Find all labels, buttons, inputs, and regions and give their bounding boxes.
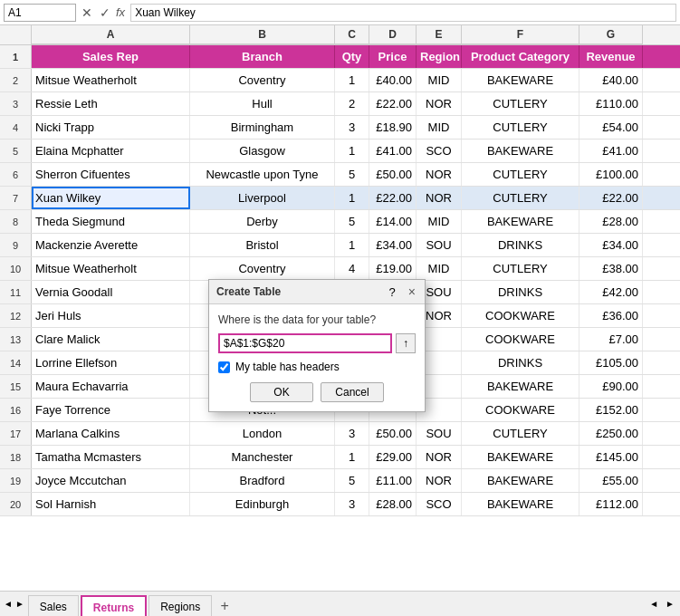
- dialog-headers-checkbox[interactable]: [218, 361, 230, 373]
- cell-a7[interactable]: Xuan Wilkey: [32, 187, 190, 209]
- cell-g6[interactable]: £100.00: [579, 163, 643, 186]
- cell-e9[interactable]: SOU: [417, 234, 462, 256]
- cell-f13[interactable]: COOKWARE: [462, 328, 579, 351]
- table-row[interactable]: 10 Mitsue Weatherholt Coventry 4 £19.00 …: [0, 257, 680, 281]
- cell-e18[interactable]: NOR: [417, 446, 462, 468]
- table-row[interactable]: 5 Elaina Mcphatter Glasgow 1 £41.00 SCO …: [0, 140, 680, 163]
- cell-a17[interactable]: Marlana Calkins: [32, 422, 190, 445]
- cell-a14[interactable]: Lorrine Ellefson: [32, 351, 190, 374]
- col-header-b[interactable]: B: [190, 25, 335, 44]
- cell-d10[interactable]: £19.00: [369, 257, 417, 280]
- cell-g17[interactable]: £250.00: [579, 422, 643, 445]
- cell-g8[interactable]: £28.00: [579, 210, 643, 233]
- cell-e6[interactable]: NOR: [417, 163, 462, 186]
- header-cell-e1[interactable]: Region: [417, 45, 462, 68]
- cell-c17[interactable]: 3: [335, 422, 369, 445]
- cell-f8[interactable]: BAKEWARE: [462, 210, 579, 233]
- col-header-a[interactable]: A: [32, 25, 190, 44]
- cell-g15[interactable]: £90.00: [579, 375, 643, 398]
- col-header-c[interactable]: C: [335, 25, 369, 44]
- cell-g5[interactable]: £41.00: [579, 140, 643, 162]
- cell-b17[interactable]: London: [190, 422, 335, 445]
- cell-f11[interactable]: DRINKS: [462, 281, 579, 303]
- cell-d5[interactable]: £41.00: [369, 140, 417, 162]
- cell-g12[interactable]: £36.00: [579, 304, 643, 327]
- cell-f16[interactable]: COOKWARE: [462, 399, 579, 421]
- cell-d18[interactable]: £29.00: [369, 446, 417, 468]
- cell-c3[interactable]: 2: [335, 92, 369, 115]
- cell-f14[interactable]: DRINKS: [462, 351, 579, 374]
- cell-a10[interactable]: Mitsue Weatherholt: [32, 257, 190, 280]
- table-row[interactable]: 18 Tamatha Mcmasters Manchester 1 £29.00…: [0, 446, 680, 469]
- cell-f12[interactable]: COOKWARE: [462, 304, 579, 327]
- cell-b20[interactable]: Edinburgh: [190, 493, 335, 515]
- cell-d6[interactable]: £50.00: [369, 163, 417, 186]
- scroll-right-icon[interactable]: ►: [15, 599, 24, 609]
- cell-g4[interactable]: £54.00: [579, 116, 643, 139]
- dialog-ok-button[interactable]: OK: [250, 382, 313, 402]
- cell-g19[interactable]: £55.00: [579, 469, 643, 492]
- cell-b8[interactable]: Derby: [190, 210, 335, 233]
- cell-c6[interactable]: 5: [335, 163, 369, 186]
- col-header-g[interactable]: G: [579, 25, 643, 44]
- cell-f15[interactable]: BAKEWARE: [462, 375, 579, 398]
- cell-a15[interactable]: Maura Echavarria: [32, 375, 190, 398]
- cell-d9[interactable]: £34.00: [369, 234, 417, 256]
- cell-f17[interactable]: CUTLERY: [462, 422, 579, 445]
- table-row[interactable]: 19 Joyce Mccutchan Bradford 5 £11.00 NOR…: [0, 469, 680, 493]
- dialog-collapse-button[interactable]: ↑: [396, 333, 416, 353]
- cell-c5[interactable]: 1: [335, 140, 369, 162]
- tab-sales[interactable]: Sales: [28, 595, 79, 617]
- cell-f18[interactable]: BAKEWARE: [462, 446, 579, 468]
- cell-g18[interactable]: £145.00: [579, 446, 643, 468]
- cell-c7[interactable]: 1: [335, 187, 369, 209]
- cell-a20[interactable]: Sol Harnish: [32, 493, 190, 515]
- cell-c10[interactable]: 4: [335, 257, 369, 280]
- cell-e20[interactable]: SCO: [417, 493, 462, 515]
- cell-a16[interactable]: Faye Torrence: [32, 399, 190, 421]
- cell-a19[interactable]: Joyce Mccutchan: [32, 469, 190, 492]
- cell-g14[interactable]: £105.00: [579, 351, 643, 374]
- table-row[interactable]: 6 Sherron Cifuentes Newcastle upon Tyne …: [0, 163, 680, 187]
- cell-b3[interactable]: Hull: [190, 92, 335, 115]
- cell-b7[interactable]: Liverpool: [190, 187, 335, 209]
- cell-reference-box[interactable]: [4, 4, 76, 22]
- table-row[interactable]: 2 Mitsue Weatherholt Coventry 1 £40.00 M…: [0, 69, 680, 92]
- header-cell-d1[interactable]: Price: [369, 45, 417, 68]
- scroll-indicator-left[interactable]: ◄: [649, 599, 658, 609]
- cell-a13[interactable]: Clare Malick: [32, 328, 190, 351]
- cell-b5[interactable]: Glasgow: [190, 140, 335, 162]
- cell-a11[interactable]: Vernia Goodall: [32, 281, 190, 303]
- table-row[interactable]: 17 Marlana Calkins London 3 £50.00 SOU C…: [0, 422, 680, 446]
- cell-b18[interactable]: Manchester: [190, 446, 335, 468]
- cell-b2[interactable]: Coventry: [190, 69, 335, 91]
- cell-a3[interactable]: Ressie Leth: [32, 92, 190, 115]
- cell-g7[interactable]: £22.00: [579, 187, 643, 209]
- cell-b6[interactable]: Newcastle upon Tyne: [190, 163, 335, 186]
- header-cell-c1[interactable]: Qty: [335, 45, 369, 68]
- cell-a12[interactable]: Jeri Huls: [32, 304, 190, 327]
- cell-d2[interactable]: £40.00: [369, 69, 417, 91]
- cell-d7[interactable]: £22.00: [369, 187, 417, 209]
- confirm-formula-btn[interactable]: ✓: [98, 5, 112, 20]
- header-cell-a1[interactable]: Sales Rep: [32, 45, 190, 68]
- cell-e2[interactable]: MID: [417, 69, 462, 91]
- cell-e7[interactable]: NOR: [417, 187, 462, 209]
- cell-f7[interactable]: CUTLERY: [462, 187, 579, 209]
- cell-b4[interactable]: Birmingham: [190, 116, 335, 139]
- table-row[interactable]: 8 Theda Siegmund Derby 5 £14.00 MID BAKE…: [0, 210, 680, 234]
- cell-g2[interactable]: £40.00: [579, 69, 643, 91]
- cell-e19[interactable]: NOR: [417, 469, 462, 492]
- cell-d20[interactable]: £28.00: [369, 493, 417, 515]
- cell-a8[interactable]: Theda Siegmund: [32, 210, 190, 233]
- table-row[interactable]: 3 Ressie Leth Hull 2 £22.00 NOR CUTLERY …: [0, 92, 680, 116]
- cell-c19[interactable]: 5: [335, 469, 369, 492]
- cell-d3[interactable]: £22.00: [369, 92, 417, 115]
- cell-c18[interactable]: 1: [335, 446, 369, 468]
- tab-regions[interactable]: Regions: [148, 595, 212, 617]
- cell-b19[interactable]: Bradford: [190, 469, 335, 492]
- cell-e17[interactable]: SOU: [417, 422, 462, 445]
- header-cell-b1[interactable]: Branch: [190, 45, 335, 68]
- table-row[interactable]: 4 Nicki Trapp Birmingham 3 £18.90 MID CU…: [0, 116, 680, 140]
- dialog-cancel-button[interactable]: Cancel: [321, 382, 384, 402]
